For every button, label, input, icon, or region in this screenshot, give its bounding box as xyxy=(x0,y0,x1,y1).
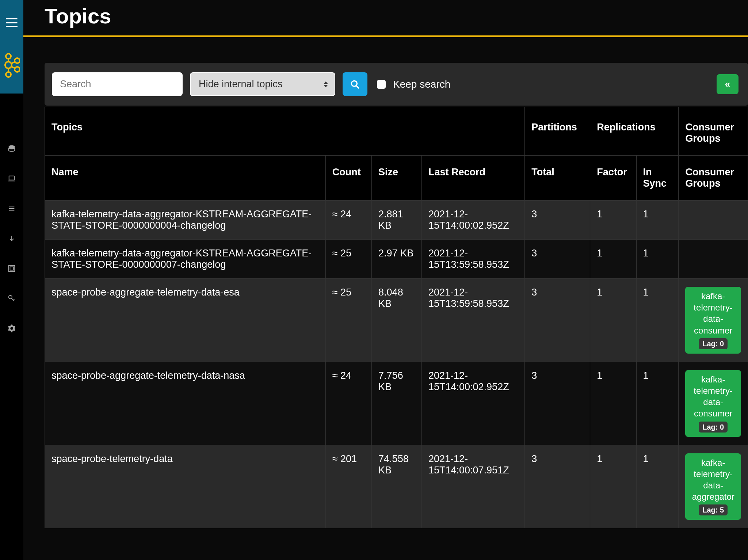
topics-table-wrap: Topics Partitions Replications Consumer … xyxy=(45,107,748,528)
cell-total: 3 xyxy=(525,362,590,445)
consumer-group-name: kafka-telemetry-data-aggregator xyxy=(690,457,736,503)
cell-factor: 1 xyxy=(590,362,636,445)
table-row[interactable]: space-probe-aggregate-telemetry-data-esa… xyxy=(45,279,748,362)
cell-in_sync: 1 xyxy=(636,362,679,445)
cell-last_record: 2021-12-15T13:59:58.953Z xyxy=(421,240,524,279)
toolbar: Hide internal topics Keep search « xyxy=(45,63,748,106)
cell-last_record: 2021-12-15T14:00:02.952Z xyxy=(421,201,524,240)
th-last-record[interactable]: Last Record xyxy=(421,156,524,201)
cell-consumer-group xyxy=(679,240,748,279)
cell-factor: 1 xyxy=(590,445,636,528)
table-sub-header-row: Name Count Size Last Record Total Factor… xyxy=(45,156,748,201)
database-icon[interactable] xyxy=(8,145,16,153)
group-icon[interactable] xyxy=(8,264,16,273)
arrow-down-icon[interactable] xyxy=(8,235,16,243)
svg-rect-12 xyxy=(10,267,13,270)
table-row[interactable]: kafka-telemetry-data-aggregator-KSTREAM-… xyxy=(45,240,748,279)
th-count[interactable]: Count xyxy=(325,156,371,201)
cell-in_sync: 1 xyxy=(636,201,679,240)
consumer-group-name: kafka-telemetry-data-consumer xyxy=(690,374,736,419)
collapse-button[interactable]: « xyxy=(717,74,739,94)
gear-icon[interactable] xyxy=(8,324,16,332)
search-button[interactable] xyxy=(343,72,367,96)
cell-consumer-group: kafka-telemetry-data-consumerLag: 0 xyxy=(679,362,748,445)
cell-name: kafka-telemetry-data-aggregator-KSTREAM-… xyxy=(45,240,326,279)
consumer-group-lag: Lag: 0 xyxy=(699,338,728,349)
filter-select[interactable]: Hide internal topics xyxy=(190,72,335,96)
table-row[interactable]: space-probe-telemetry-data≈ 20174.558 KB… xyxy=(45,445,748,528)
svg-rect-11 xyxy=(9,266,15,272)
cell-name: space-probe-aggregate-telemetry-data-esa xyxy=(45,279,326,362)
cell-size: 2.97 KB xyxy=(372,240,422,279)
cell-count: ≈ 24 xyxy=(325,362,371,445)
svg-line-15 xyxy=(356,85,359,88)
svg-point-0 xyxy=(6,54,11,59)
cell-name: space-probe-telemetry-data xyxy=(45,445,326,528)
cell-name: kafka-telemetry-data-aggregator-KSTREAM-… xyxy=(45,201,326,240)
main-content: Topics Hide internal topics Keep search … xyxy=(23,0,748,560)
svg-point-14 xyxy=(351,81,357,86)
cell-last_record: 2021-12-15T13:59:58.953Z xyxy=(421,279,524,362)
svg-rect-10 xyxy=(9,176,15,180)
th-topics[interactable]: Topics xyxy=(45,107,525,156)
cell-size: 74.558 KB xyxy=(372,445,422,528)
app-logo[interactable] xyxy=(3,53,20,80)
cell-size: 2.881 KB xyxy=(372,201,422,240)
svg-point-3 xyxy=(15,58,20,63)
svg-line-7 xyxy=(11,62,15,64)
table-row[interactable]: kafka-telemetry-data-aggregator-KSTREAM-… xyxy=(45,201,748,240)
cell-total: 3 xyxy=(525,445,590,528)
chevron-updown-icon xyxy=(324,81,328,87)
cell-in_sync: 1 xyxy=(636,445,679,528)
th-name[interactable]: Name xyxy=(45,156,326,201)
th-total[interactable]: Total xyxy=(525,156,590,201)
consumer-group-badge[interactable]: kafka-telemetry-data-consumerLag: 0 xyxy=(685,370,741,437)
cell-factor: 1 xyxy=(590,201,636,240)
svg-line-8 xyxy=(11,66,15,68)
th-cg[interactable]: Consumer Groups xyxy=(679,156,748,201)
sidebar-top xyxy=(0,0,23,94)
keep-search-checkbox[interactable] xyxy=(377,80,386,89)
cell-consumer-group xyxy=(679,201,748,240)
topics-table: Topics Partitions Replications Consumer … xyxy=(45,107,748,528)
keep-search-label: Keep search xyxy=(393,79,450,90)
th-replications[interactable]: Replications xyxy=(590,107,679,156)
cell-total: 3 xyxy=(525,240,590,279)
laptop-icon[interactable] xyxy=(8,175,16,183)
cell-last_record: 2021-12-15T14:00:02.952Z xyxy=(421,362,524,445)
cell-factor: 1 xyxy=(590,279,636,362)
cell-count: ≈ 24 xyxy=(325,201,371,240)
cell-count: ≈ 25 xyxy=(325,240,371,279)
sidebar-nav xyxy=(8,145,16,332)
menu-icon[interactable] xyxy=(6,18,18,27)
table-row[interactable]: space-probe-aggregate-telemetry-data-nas… xyxy=(45,362,748,445)
svg-point-4 xyxy=(15,67,20,72)
table-group-header-row: Topics Partitions Replications Consumer … xyxy=(45,107,748,156)
th-partitions[interactable]: Partitions xyxy=(525,107,590,156)
cell-consumer-group: kafka-telemetry-data-aggregatorLag: 5 xyxy=(679,445,748,528)
content-area: Hide internal topics Keep search « xyxy=(23,37,748,528)
consumer-group-lag: Lag: 5 xyxy=(699,504,728,515)
search-input[interactable] xyxy=(52,72,183,96)
cell-name: space-probe-aggregate-telemetry-data-nas… xyxy=(45,362,326,445)
svg-point-1 xyxy=(5,62,12,68)
th-in-sync[interactable]: In Sync xyxy=(636,156,679,201)
cell-consumer-group: kafka-telemetry-data-consumerLag: 0 xyxy=(679,279,748,362)
key-icon[interactable] xyxy=(8,294,16,302)
th-consumer-groups[interactable]: Consumer Groups xyxy=(679,107,748,156)
consumer-group-badge[interactable]: kafka-telemetry-data-consumerLag: 0 xyxy=(685,287,741,354)
cell-last_record: 2021-12-15T14:00:07.951Z xyxy=(421,445,524,528)
cell-count: ≈ 201 xyxy=(325,445,371,528)
consumer-group-lag: Lag: 0 xyxy=(699,422,728,433)
cell-in_sync: 1 xyxy=(636,279,679,362)
list-icon[interactable] xyxy=(8,205,16,213)
consumer-group-name: kafka-telemetry-data-consumer xyxy=(690,290,736,336)
svg-point-2 xyxy=(6,72,11,77)
cell-in_sync: 1 xyxy=(636,240,679,279)
cell-count: ≈ 25 xyxy=(325,279,371,362)
th-size[interactable]: Size xyxy=(372,156,422,201)
page-header: Topics xyxy=(23,0,748,37)
th-factor[interactable]: Factor xyxy=(590,156,636,201)
consumer-group-badge[interactable]: kafka-telemetry-data-aggregatorLag: 5 xyxy=(685,453,741,520)
cell-size: 8.048 KB xyxy=(372,279,422,362)
